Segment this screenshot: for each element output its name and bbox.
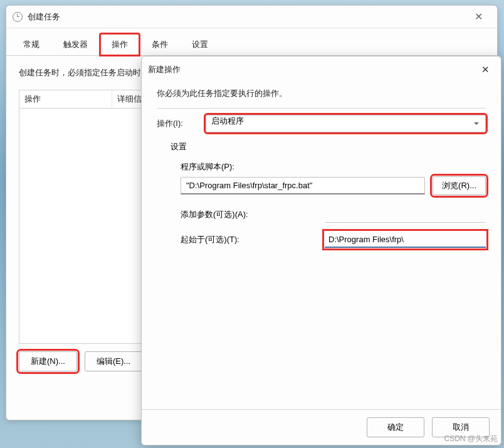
modal-body: 你必须为此任务指定要执行的操作。 操作(I): 启动程序 设置 程序或脚本(P)… [142,83,501,248]
main-close-button[interactable]: ✕ [466,11,491,23]
action-type-row: 操作(I): 启动程序 [157,115,486,132]
action-type-value: 启动程序 [211,116,244,125]
startin-label: 起始于(可选)(T): [181,234,318,245]
modal-close-button[interactable]: ✕ [476,61,495,78]
args-label: 添加参数(可选)(A): [181,209,318,220]
new-action-dialog: 新建操作 ✕ 你必须为此任务指定要执行的操作。 操作(I): 启动程序 设置 程… [141,56,501,445]
startin-input[interactable] [325,232,486,248]
ok-button[interactable]: 确定 [367,417,424,437]
program-label: 程序或脚本(P): [157,161,486,173]
clock-icon [13,12,23,22]
main-titlebar: 创建任务 ✕ [6,6,497,28]
startin-row: 起始于(可选)(T): [157,232,486,248]
settings-group-label: 设置 [157,141,486,152]
modal-titlebar: 新建操作 ✕ [142,56,501,83]
watermark: CSDN @头来苑 [444,434,498,444]
action-type-label: 操作(I): [157,118,206,129]
edit-button[interactable]: 编辑(E)... [85,351,142,371]
tab-triggers[interactable]: 触发器 [51,33,100,55]
modal-title: 新建操作 [148,64,476,75]
tab-settings[interactable]: 设置 [180,33,220,55]
program-input[interactable] [181,177,425,195]
args-input[interactable] [325,206,486,223]
action-type-select[interactable]: 启动程序 [206,115,486,132]
browse-button[interactable]: 浏览(R)... [433,176,486,195]
main-title: 创建任务 [28,11,466,23]
tab-general[interactable]: 常规 [11,33,51,55]
col-action[interactable]: 操作 [19,90,112,108]
tab-strip: 常规 触发器 操作 条件 设置 [6,28,497,56]
tab-actions[interactable]: 操作 [100,33,140,56]
modal-instruction: 你必须为此任务指定要执行的操作。 [157,88,486,109]
program-input-row: 浏览(R)... [157,176,486,195]
new-button[interactable]: 新建(N)... [19,351,77,371]
args-row: 添加参数(可选)(A): [157,206,486,223]
tab-conditions[interactable]: 条件 [140,33,180,55]
